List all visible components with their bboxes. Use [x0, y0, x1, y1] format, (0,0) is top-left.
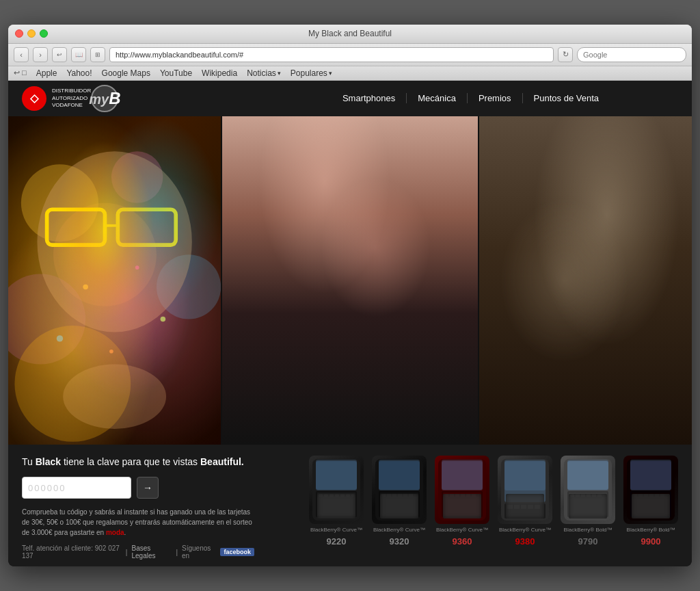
site-header: ◇ DistribuidorAutorizadoVodafone Smartph…	[8, 81, 692, 116]
promo-title: Tu Black tiene la clave para que te vist…	[22, 456, 254, 469]
svg-rect-33	[324, 494, 328, 497]
svg-rect-61	[504, 503, 546, 518]
toolbar: ‹ › ↩ 📖 ⊞ ↻	[8, 44, 692, 66]
svg-point-21	[537, 177, 589, 241]
svg-rect-53	[444, 494, 448, 497]
bases-legales-link[interactable]: Bases Legales	[131, 544, 172, 560]
window-title: My Black and Beautiful	[308, 29, 392, 38]
url-bar[interactable]	[109, 47, 554, 62]
forward-button[interactable]: ›	[33, 47, 48, 62]
bookmark-noticias[interactable]: Noticias ▾	[247, 68, 281, 78]
svg-rect-71	[570, 494, 574, 497]
svg-rect-82	[638, 494, 643, 497]
submit-button[interactable]: →	[137, 477, 159, 499]
svg-rect-66	[535, 505, 540, 509]
bookmarks-button[interactable]: 📖	[71, 47, 86, 62]
svg-rect-80	[632, 492, 670, 516]
grid-button[interactable]: ⊞	[90, 47, 105, 62]
back-button[interactable]: ‹	[14, 47, 29, 62]
svg-rect-64	[521, 505, 526, 509]
svg-rect-78	[630, 461, 671, 490]
search-input[interactable]	[577, 47, 686, 62]
traffic-lights	[15, 29, 48, 38]
svg-rect-56	[461, 494, 465, 497]
bookmark-youtube[interactable]: YouTube	[160, 68, 192, 78]
promo-code-input[interactable]	[22, 477, 131, 499]
svg-point-22	[579, 181, 637, 252]
svg-rect-52	[443, 492, 481, 516]
facebook-link[interactable]: facebook	[220, 548, 254, 556]
svg-rect-46	[398, 494, 402, 497]
bookmark-wikipedia[interactable]: Wikipedia	[202, 68, 237, 78]
svg-point-24	[504, 345, 582, 422]
bookmark-googlemaps[interactable]: Google Maps	[102, 68, 150, 78]
phone-9360-model: BlackBerry® Curve™	[436, 527, 488, 534]
vodafone-icon: ◇	[22, 86, 46, 111]
phone-9380[interactable]: BlackBerry® Curve™ 9380	[498, 456, 552, 547]
svg-point-4	[157, 254, 221, 319]
phone-9220-image	[309, 456, 364, 524]
phone-9360-number: 9360	[453, 536, 472, 547]
nav-mecanica[interactable]: Mecánica	[407, 93, 468, 103]
svg-rect-73	[581, 494, 585, 497]
nav-premios[interactable]: Premios	[468, 93, 523, 103]
phone-9220-model: BlackBerry® Curve™	[310, 527, 362, 534]
svg-text:BAD: BAD	[595, 167, 621, 180]
nav-smartphones[interactable]: Smartphones	[332, 93, 407, 103]
phone-9380-number: 9380	[515, 536, 535, 547]
footer-links: Telf. atención al cliente: 902 027 137 |…	[22, 544, 254, 560]
hero-man-illustration	[222, 116, 478, 445]
bookmark-populares[interactable]: Populares ▾	[291, 68, 332, 78]
svg-point-12	[57, 335, 63, 341]
svg-rect-59	[501, 459, 549, 521]
phone-9900[interactable]: BlackBerry® Bold™ 9900	[623, 456, 678, 547]
phone-9320[interactable]: BlackBerry® Curve™ 9320	[372, 456, 427, 547]
maximize-button[interactable]	[40, 29, 48, 38]
svg-rect-34	[329, 494, 334, 497]
hero-section: BAD 23	[8, 116, 692, 445]
svg-rect-30	[316, 491, 357, 517]
svg-rect-72	[576, 494, 580, 497]
nav-puntos[interactable]: Puntos de Venta	[523, 93, 610, 103]
phones-row: BlackBerry® Curve™ 9220	[268, 456, 678, 552]
svg-rect-81	[633, 494, 637, 497]
minimize-button[interactable]	[27, 29, 36, 38]
close-button[interactable]	[15, 29, 23, 38]
phones-section: BlackBerry® Curve™ 9220	[268, 456, 678, 560]
svg-rect-50	[442, 461, 483, 490]
svg-rect-77	[627, 459, 675, 521]
svg-rect-41	[379, 491, 420, 517]
phone-9380-image	[498, 456, 552, 524]
svg-rect-18	[479, 125, 692, 435]
svg-point-25	[539, 378, 549, 389]
svg-point-11	[135, 265, 139, 270]
phone-9360-image	[435, 456, 489, 524]
hero-couple-illustration: BAD 23	[479, 116, 692, 445]
promo-section: Tu Black tiene la clave para que te vist…	[22, 456, 254, 560]
phone-9320-number: 9320	[390, 536, 409, 547]
svg-rect-31	[317, 492, 355, 516]
svg-rect-76	[597, 494, 602, 497]
svg-rect-35	[335, 494, 339, 497]
myb-logo[interactable]: myB	[91, 85, 118, 112]
phone-9790[interactable]: BlackBerry® Bold™ 9790	[561, 456, 615, 547]
svg-rect-7	[47, 209, 105, 245]
hero-panel-couple: BAD 23	[479, 116, 692, 445]
svg-rect-69	[567, 491, 608, 517]
phone-9900-number: 9900	[641, 536, 661, 547]
svg-point-2	[53, 203, 157, 306]
refresh-button[interactable]: ↻	[558, 47, 573, 62]
vodafone-logo: ◇ DistribuidorAutorizadoVodafone	[22, 86, 91, 111]
bookmark-apple[interactable]: Apple	[36, 68, 57, 78]
svg-rect-37	[346, 494, 350, 497]
svg-rect-48	[409, 494, 413, 497]
phone-9320-model: BlackBerry® Curve™	[373, 527, 425, 534]
svg-point-23	[595, 177, 647, 216]
svg-rect-54	[450, 494, 454, 497]
phone-9220[interactable]: BlackBerry® Curve™ 9220	[309, 456, 364, 547]
svg-point-16	[295, 133, 405, 263]
bookmark-yahoo[interactable]: Yahoo!	[66, 68, 92, 78]
phone-9360[interactable]: BlackBerry® Curve™ 9360	[435, 456, 489, 547]
home-button[interactable]: ↩	[52, 47, 67, 62]
siguenos-label: Síguenos en	[182, 544, 216, 560]
